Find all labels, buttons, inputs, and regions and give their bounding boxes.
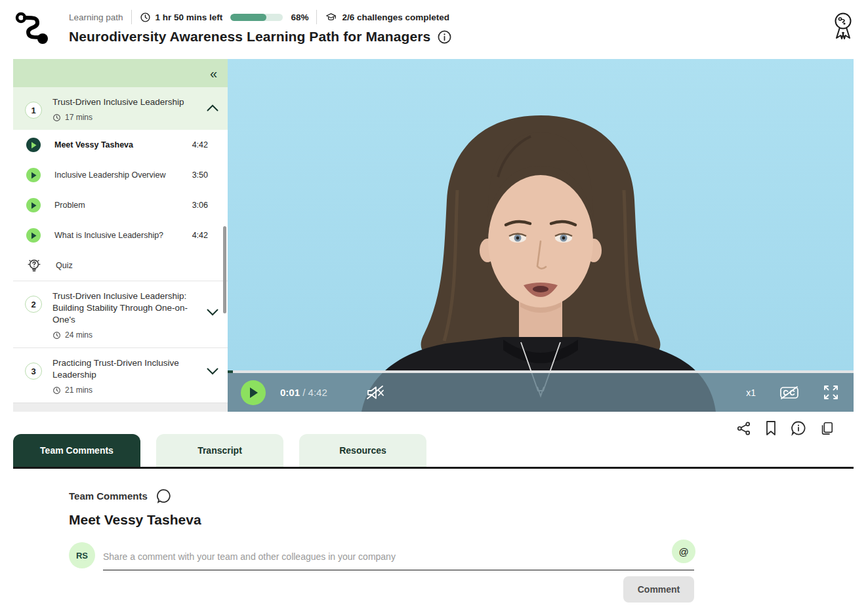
course-outline-sidebar: « 1 Trust-Driven Inclusive Leadership 17… [13,59,228,412]
lesson-title: Inclusive Leadership Overview [41,170,192,180]
sidebar-footer [13,403,228,412]
lesson-item-inclusive-leadership-overview[interactable]: Inclusive Leadership Overview 3:50 [13,160,228,190]
path-logo-icon [14,10,51,49]
tab-underline [13,467,854,469]
time-display: 0:01 / 4:42 [280,387,327,398]
comment-submit-button[interactable]: Comment [623,576,694,603]
section-title: Practicing Trust-Driven Inclusive Leader… [52,357,201,381]
section-duration: 17 mins [65,113,93,122]
clock-icon [52,386,61,395]
chevron-down-icon[interactable] [207,368,218,375]
comment-info-icon[interactable] [791,420,806,436]
lesson-item-problem[interactable]: Problem 3:06 [13,190,228,220]
section-title: Trust-Driven Inclusive Leadership: Build… [52,290,201,326]
comment-input[interactable] [103,542,694,570]
lesson-item-meet-vessy-tasheva[interactable]: Meet Vessy Tasheva 4:42 [13,130,228,160]
play-icon [26,138,41,152]
section-duration: 24 mins [65,330,93,340]
tab-team-comments[interactable]: Team Comments [13,434,140,467]
mention-icon[interactable]: @ [672,540,695,563]
bookmark-icon[interactable] [764,420,777,436]
award-ribbon-icon[interactable] [831,12,855,42]
video-player[interactable]: 0:01 / 4:42 x1 [228,59,854,412]
challenges-completed: 2/6 challenges completed [325,12,449,23]
section-title: Trust-Driven Inclusive Leadership [52,96,201,108]
section-number-badge: 2 [25,296,42,313]
divider [316,10,317,24]
sidebar-header: « [13,59,228,87]
clock-icon [52,331,61,340]
clock-icon [52,113,61,122]
current-time: 0:01 [280,387,300,398]
playback-speed-button[interactable]: x1 [746,387,756,398]
content-tabs: Team Comments Transcript Resources [13,434,426,467]
lesson-item-what-is-inclusive-leadership[interactable]: What is Inclusive Leadership? 4:42 [13,220,228,250]
tab-resources[interactable]: Resources [299,434,426,467]
breadcrumb: Learning path [69,12,123,22]
lesson-title: Meet Vessy Tasheva [41,140,192,149]
video-action-icons [736,420,834,436]
quiz-bulb-icon [26,258,42,273]
app-header: Learning path 1 hr 50 mins left 68% 2/6 … [0,0,868,59]
page-title: Neurodiversity Awareness Learning Path f… [69,29,430,45]
speech-bubble-icon [155,488,172,504]
lesson-duration: 4:42 [192,140,208,149]
copy-icon[interactable] [819,420,834,436]
sidebar-section-3[interactable]: 3 Practicing Trust-Driven Inclusive Lead… [13,347,228,403]
avatar: RS [69,542,95,568]
header-progress-bar [230,14,283,21]
total-time: / 4:42 [302,387,327,398]
comments-section-label: Team Comments [69,490,148,502]
play-icon [26,198,41,212]
play-button[interactable] [241,380,266,405]
lesson-title: Quiz [42,261,208,270]
header-progress-fill [230,14,266,21]
chevron-down-icon[interactable] [207,309,218,316]
time-left: 1 hr 50 mins left [140,12,223,23]
muted-speaker-icon[interactable] [365,384,385,401]
divider [131,10,132,24]
lesson-list: Meet Vessy Tasheva 4:42 Inclusive Leader… [13,130,228,281]
section-number-badge: 1 [25,102,42,119]
play-icon [26,168,41,182]
lesson-duration: 3:50 [192,170,208,180]
video-seekbar[interactable] [228,370,854,373]
share-icon[interactable] [736,421,751,436]
collapse-sidebar-icon[interactable]: « [209,66,218,81]
captions-off-icon[interactable] [778,385,800,401]
lesson-title: Problem [41,201,192,210]
info-icon[interactable] [437,30,452,45]
chevron-up-icon[interactable] [207,104,218,111]
video-controls-bar: 0:01 / 4:42 x1 [228,370,854,412]
comments-video-title: Meet Vessy Tasheva [69,512,694,528]
lesson-item-quiz[interactable]: Quiz [13,250,228,281]
video-seekbar-progress [228,370,233,373]
video-frame-presenter [228,59,854,412]
tab-transcript[interactable]: Transcript [156,434,283,467]
graduation-cap-icon [325,12,337,23]
sidebar-scrollbar[interactable] [223,226,226,313]
section-number-badge: 3 [25,363,42,380]
play-icon [26,228,41,243]
sidebar-section-1[interactable]: 1 Trust-Driven Inclusive Leadership 17 m… [13,87,228,130]
header-meta-row: Learning path 1 hr 50 mins left 68% 2/6 … [69,9,452,25]
progress-percent: 68% [291,12,308,22]
section-duration: 21 mins [65,386,93,395]
lesson-title: What is Inclusive Leadership? [41,231,192,240]
lesson-duration: 3:06 [192,201,208,210]
clock-icon [140,12,151,23]
fullscreen-icon[interactable] [823,384,839,401]
lesson-duration: 4:42 [192,231,208,240]
team-comments-panel: Team Comments Meet Vessy Tasheva RS @ Co… [69,488,694,603]
sidebar-section-2[interactable]: 2 Trust-Driven Inclusive Leadership: Bui… [13,281,228,347]
